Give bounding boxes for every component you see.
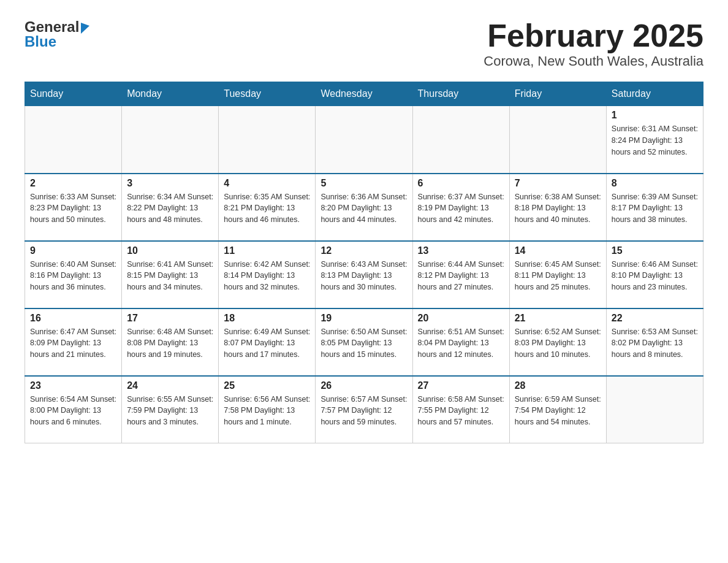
day-of-week-header: Tuesday: [219, 82, 316, 106]
calendar-day-cell: 12Sunrise: 6:43 AM Sunset: 8:13 PM Dayli…: [316, 241, 412, 308]
calendar-day-cell: 5Sunrise: 6:36 AM Sunset: 8:20 PM Daylig…: [316, 174, 412, 241]
calendar-day-cell: 14Sunrise: 6:45 AM Sunset: 8:11 PM Dayli…: [509, 241, 606, 308]
page-subtitle: Corowa, New South Wales, Australia: [483, 53, 703, 69]
day-info: Sunrise: 6:52 AM Sunset: 8:03 PM Dayligh…: [515, 326, 601, 361]
calendar-week-row: 16Sunrise: 6:47 AM Sunset: 8:09 PM Dayli…: [25, 308, 703, 376]
calendar-day-cell: 28Sunrise: 6:59 AM Sunset: 7:54 PM Dayli…: [509, 376, 606, 443]
day-number: 19: [320, 313, 407, 324]
calendar-day-cell: 23Sunrise: 6:54 AM Sunset: 8:00 PM Dayli…: [25, 376, 122, 443]
day-number: 15: [612, 245, 698, 256]
calendar-body: 1Sunrise: 6:31 AM Sunset: 8:24 PM Daylig…: [25, 106, 703, 443]
day-number: 5: [320, 178, 407, 189]
day-info: Sunrise: 6:53 AM Sunset: 8:02 PM Dayligh…: [612, 326, 698, 361]
calendar-day-cell: 6Sunrise: 6:37 AM Sunset: 8:19 PM Daylig…: [412, 174, 509, 241]
day-info: Sunrise: 6:49 AM Sunset: 8:07 PM Dayligh…: [224, 326, 310, 361]
day-number: 26: [320, 380, 407, 391]
day-of-week-header: Wednesday: [316, 82, 412, 106]
day-info: Sunrise: 6:41 AM Sunset: 8:15 PM Dayligh…: [127, 259, 213, 293]
calendar-day-cell: 7Sunrise: 6:38 AM Sunset: 8:18 PM Daylig…: [509, 174, 606, 241]
day-number: 9: [30, 245, 116, 256]
calendar-day-cell: 11Sunrise: 6:42 AM Sunset: 8:14 PM Dayli…: [219, 241, 316, 308]
calendar-day-cell: [219, 106, 316, 174]
day-info: Sunrise: 6:36 AM Sunset: 8:20 PM Dayligh…: [320, 191, 407, 226]
day-info: Sunrise: 6:35 AM Sunset: 8:21 PM Dayligh…: [224, 191, 310, 226]
calendar-day-cell: [606, 376, 703, 443]
days-of-week-row: SundayMondayTuesdayWednesdayThursdayFrid…: [25, 82, 703, 106]
day-of-week-header: Monday: [122, 82, 219, 106]
calendar-day-cell: [509, 106, 606, 174]
day-info: Sunrise: 6:38 AM Sunset: 8:18 PM Dayligh…: [515, 191, 601, 226]
day-number: 13: [418, 245, 504, 256]
calendar-day-cell: 16Sunrise: 6:47 AM Sunset: 8:09 PM Dayli…: [25, 308, 122, 376]
day-number: 24: [127, 380, 213, 391]
day-info: Sunrise: 6:39 AM Sunset: 8:17 PM Dayligh…: [612, 191, 698, 226]
calendar-day-cell: [316, 106, 412, 174]
day-number: 7: [515, 178, 601, 189]
calendar-day-cell: 26Sunrise: 6:57 AM Sunset: 7:57 PM Dayli…: [316, 376, 412, 443]
title-block: February 2025 Corowa, New South Wales, A…: [483, 18, 703, 69]
day-info: Sunrise: 6:45 AM Sunset: 8:11 PM Dayligh…: [515, 259, 601, 293]
calendar-week-row: 23Sunrise: 6:54 AM Sunset: 8:00 PM Dayli…: [25, 376, 703, 443]
day-number: 16: [30, 313, 116, 324]
calendar-week-row: 1Sunrise: 6:31 AM Sunset: 8:24 PM Daylig…: [25, 106, 703, 174]
logo-arrow-icon: [81, 20, 89, 34]
calendar-day-cell: 21Sunrise: 6:52 AM Sunset: 8:03 PM Dayli…: [509, 308, 606, 376]
day-number: 10: [127, 245, 213, 256]
day-number: 6: [418, 178, 504, 189]
calendar-day-cell: [412, 106, 509, 174]
day-number: 25: [224, 380, 310, 391]
day-info: Sunrise: 6:54 AM Sunset: 8:00 PM Dayligh…: [30, 394, 116, 428]
calendar-day-cell: 20Sunrise: 6:51 AM Sunset: 8:04 PM Dayli…: [412, 308, 509, 376]
day-number: 20: [418, 313, 504, 324]
day-info: Sunrise: 6:55 AM Sunset: 7:59 PM Dayligh…: [127, 394, 213, 428]
calendar-day-cell: 3Sunrise: 6:34 AM Sunset: 8:22 PM Daylig…: [122, 174, 219, 241]
day-number: 18: [224, 313, 310, 324]
calendar-day-cell: 2Sunrise: 6:33 AM Sunset: 8:23 PM Daylig…: [25, 174, 122, 241]
day-number: 3: [127, 178, 213, 189]
day-number: 11: [224, 245, 310, 256]
calendar-day-cell: 22Sunrise: 6:53 AM Sunset: 8:02 PM Dayli…: [606, 308, 703, 376]
day-number: 12: [320, 245, 407, 256]
calendar-day-cell: 1Sunrise: 6:31 AM Sunset: 8:24 PM Daylig…: [606, 106, 703, 174]
day-number: 4: [224, 178, 310, 189]
day-number: 28: [515, 380, 601, 391]
day-info: Sunrise: 6:58 AM Sunset: 7:55 PM Dayligh…: [418, 394, 504, 428]
calendar-day-cell: 27Sunrise: 6:58 AM Sunset: 7:55 PM Dayli…: [412, 376, 509, 443]
page-title: February 2025: [483, 18, 703, 53]
day-info: Sunrise: 6:56 AM Sunset: 7:58 PM Dayligh…: [224, 394, 310, 428]
day-of-week-header: Friday: [509, 82, 606, 106]
calendar-day-cell: 4Sunrise: 6:35 AM Sunset: 8:21 PM Daylig…: [219, 174, 316, 241]
day-number: 22: [612, 313, 698, 324]
day-info: Sunrise: 6:46 AM Sunset: 8:10 PM Dayligh…: [612, 259, 698, 293]
day-info: Sunrise: 6:59 AM Sunset: 7:54 PM Dayligh…: [515, 394, 601, 428]
logo: General Blue: [25, 18, 89, 50]
day-info: Sunrise: 6:48 AM Sunset: 8:08 PM Dayligh…: [127, 326, 213, 361]
day-number: 2: [30, 178, 116, 189]
day-number: 17: [127, 313, 213, 324]
calendar-week-row: 2Sunrise: 6:33 AM Sunset: 8:23 PM Daylig…: [25, 174, 703, 241]
day-number: 1: [612, 110, 698, 121]
day-of-week-header: Saturday: [606, 82, 703, 106]
day-info: Sunrise: 6:42 AM Sunset: 8:14 PM Dayligh…: [224, 259, 310, 293]
day-info: Sunrise: 6:51 AM Sunset: 8:04 PM Dayligh…: [418, 326, 504, 361]
day-number: 27: [418, 380, 504, 391]
calendar-day-cell: 18Sunrise: 6:49 AM Sunset: 8:07 PM Dayli…: [219, 308, 316, 376]
calendar-day-cell: 19Sunrise: 6:50 AM Sunset: 8:05 PM Dayli…: [316, 308, 412, 376]
day-info: Sunrise: 6:47 AM Sunset: 8:09 PM Dayligh…: [30, 326, 116, 361]
day-number: 21: [515, 313, 601, 324]
day-of-week-header: Thursday: [412, 82, 509, 106]
day-info: Sunrise: 6:50 AM Sunset: 8:05 PM Dayligh…: [320, 326, 407, 361]
calendar-day-cell: 13Sunrise: 6:44 AM Sunset: 8:12 PM Dayli…: [412, 241, 509, 308]
calendar-day-cell: [25, 106, 122, 174]
calendar-day-cell: 15Sunrise: 6:46 AM Sunset: 8:10 PM Dayli…: [606, 241, 703, 308]
day-info: Sunrise: 6:37 AM Sunset: 8:19 PM Dayligh…: [418, 191, 504, 226]
day-info: Sunrise: 6:34 AM Sunset: 8:22 PM Dayligh…: [127, 191, 213, 226]
logo-blue-text: Blue: [25, 33, 89, 50]
calendar-day-cell: 17Sunrise: 6:48 AM Sunset: 8:08 PM Dayli…: [122, 308, 219, 376]
calendar-day-cell: 9Sunrise: 6:40 AM Sunset: 8:16 PM Daylig…: [25, 241, 122, 308]
calendar-day-cell: 25Sunrise: 6:56 AM Sunset: 7:58 PM Dayli…: [219, 376, 316, 443]
day-info: Sunrise: 6:57 AM Sunset: 7:57 PM Dayligh…: [320, 394, 407, 428]
calendar-header: SundayMondayTuesdayWednesdayThursdayFrid…: [25, 82, 703, 106]
day-info: Sunrise: 6:44 AM Sunset: 8:12 PM Dayligh…: [418, 259, 504, 293]
day-number: 23: [30, 380, 116, 391]
